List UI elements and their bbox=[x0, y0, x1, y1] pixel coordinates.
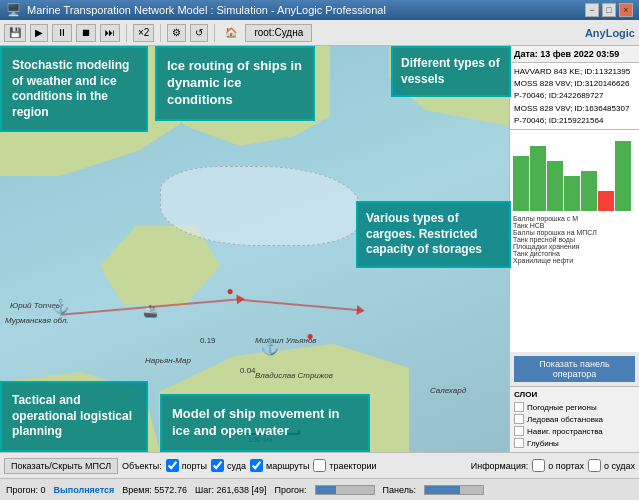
layers-title: СЛОИ bbox=[514, 390, 635, 399]
layer-item-2: Навиг. пространства bbox=[514, 425, 635, 437]
toolbar-btn-stop[interactable]: ⏹ bbox=[76, 24, 96, 42]
bar-3 bbox=[547, 161, 563, 211]
chart-label-4: Танк пресной воды bbox=[513, 236, 636, 243]
toolbar-btn-settings[interactable]: ⚙ bbox=[167, 24, 186, 42]
route-line-2 bbox=[240, 299, 360, 311]
ship-2: ● bbox=[220, 281, 240, 301]
root-label: 🏠 bbox=[221, 27, 241, 38]
toolbar-btn-save[interactable]: 💾 bbox=[4, 24, 26, 42]
checkbox-about-ports: о портах bbox=[532, 459, 584, 472]
chart-label-6: Танк дистопна bbox=[513, 250, 636, 257]
checkbox-ports: порты bbox=[166, 459, 207, 472]
minimize-button[interactable]: − bbox=[585, 3, 599, 17]
right-panel: Дата: 13 фев 2022 03:59 HAVVARD 843 KE; … bbox=[509, 46, 639, 452]
status-bar: Прогон: 0 Выполняется Время: 5572.76 Шаг… bbox=[0, 478, 639, 500]
bar-1 bbox=[513, 156, 529, 211]
checkbox-ships: суда bbox=[211, 459, 246, 472]
root-dropdown[interactable]: root:Судна bbox=[245, 24, 312, 42]
layer-label-1: Ледовая обстановка bbox=[527, 415, 603, 424]
distance-marker-1: 0.19 bbox=[200, 336, 216, 345]
checkbox-trajectories-label: траектории bbox=[329, 461, 376, 471]
ship-id-1: MOSS 828 V8V; ID:3120146626 bbox=[514, 78, 635, 89]
checkbox-about-ships-label: о судах bbox=[604, 461, 635, 471]
annotation-ship-model: Model of ship movement in ice and open w… bbox=[160, 394, 370, 452]
map-label-vladislav: Владислав Стрижов bbox=[255, 371, 333, 380]
annotation-different-vessels: Different types of vessels bbox=[391, 46, 511, 97]
checkbox-ships-input[interactable] bbox=[211, 459, 224, 472]
map-label-naryan: Нарьян-Мар bbox=[145, 356, 191, 365]
bar-chart-area: Баллы порошка с М Танк НСВ Баллы порошка… bbox=[510, 130, 639, 352]
main-toolbar: 💾 ▶ ⏸ ⏹ ⏭ ×2 ⚙ ↺ 🏠 root:Судна AnyLogic bbox=[0, 20, 639, 46]
checkbox-trajectories-input[interactable] bbox=[313, 459, 326, 472]
annotation-various-cargoes: Various types of cargoes. Restricted cap… bbox=[356, 201, 511, 268]
chart-label-3: Баллы порошка на МПСЛ bbox=[513, 229, 636, 236]
layer-item-1: Ледовая обстановка bbox=[514, 413, 635, 425]
checkbox-about-ships-input[interactable] bbox=[588, 459, 601, 472]
layer-checkbox-2[interactable] bbox=[514, 426, 524, 436]
panel-label: Панель: bbox=[383, 485, 417, 495]
checkbox-routes-input[interactable] bbox=[250, 459, 263, 472]
layer-item-0: Погодные регионы bbox=[514, 401, 635, 413]
run-label: Прогон: 0 bbox=[6, 485, 46, 495]
annotation-ice-routing: Ice routing of ships in dynamic ice cond… bbox=[155, 46, 315, 121]
layer-checkbox-1[interactable] bbox=[514, 414, 524, 424]
toolbar-btn-speed[interactable]: ×2 bbox=[133, 24, 154, 42]
app-icon: 🖥️ bbox=[6, 3, 21, 17]
window-controls: − □ × bbox=[585, 3, 633, 17]
checkbox-trajectories: траектории bbox=[313, 459, 376, 472]
show-panel-button[interactable]: Показать панель оператора bbox=[514, 356, 635, 382]
chart-label-5: Площадки хранения bbox=[513, 243, 636, 250]
show-hide-mlps-button[interactable]: Показать/Скрыть МПСЛ bbox=[4, 458, 118, 474]
chart-label-2: Танк НСВ bbox=[513, 222, 636, 229]
layer-label-0: Погодные регионы bbox=[527, 403, 597, 412]
info-label: Информация: bbox=[471, 461, 529, 471]
date-time-display: Дата: 13 фев 2022 03:59 bbox=[510, 46, 639, 63]
progress-label: Прогон: bbox=[274, 485, 306, 495]
chart-label-7: Хранилище нефти bbox=[513, 257, 636, 264]
objects-label: Объекты: bbox=[122, 461, 162, 471]
maximize-button[interactable]: □ bbox=[602, 3, 616, 17]
ship-4: ⚓ bbox=[260, 336, 280, 356]
checkbox-ports-input[interactable] bbox=[166, 459, 179, 472]
bar-7 bbox=[615, 141, 631, 211]
layer-item-3: Глубины bbox=[514, 437, 635, 449]
executing-label: Выполняется bbox=[54, 485, 115, 495]
annotation-tactical: Tactical and operational logistical plan… bbox=[0, 381, 148, 452]
layer-checkbox-3[interactable] bbox=[514, 438, 524, 448]
toolbar-btn-pause[interactable]: ⏸ bbox=[52, 24, 72, 42]
sep3 bbox=[214, 24, 215, 42]
layers-section: СЛОИ Погодные регионы Ледовая обстановка… bbox=[510, 386, 639, 452]
panel-bar bbox=[424, 485, 484, 495]
toolbar-btn-step[interactable]: ⏭ bbox=[100, 24, 120, 42]
bar-4 bbox=[564, 176, 580, 211]
ship-id-4: P-70046; ID:2159221564 bbox=[514, 115, 635, 126]
layer-label-2: Навиг. пространства bbox=[527, 427, 603, 436]
checkbox-about-ships: о судах bbox=[588, 459, 635, 472]
checkbox-about-ports-input[interactable] bbox=[532, 459, 545, 472]
ship-3: ● bbox=[300, 326, 320, 346]
ship-ids-list: HAVVARD 843 KE; ID:11321395 MOSS 828 V8V… bbox=[510, 63, 639, 130]
bottom-toolbar: Показать/Скрыть МПСЛ Объекты: порты суда… bbox=[0, 452, 639, 478]
bar-2 bbox=[530, 146, 546, 211]
title-left: 🖥️ Marine Transporation Network Model : … bbox=[6, 3, 386, 17]
close-button[interactable]: × bbox=[619, 3, 633, 17]
sep2 bbox=[160, 24, 161, 42]
ship-id-0: HAVVARD 843 KE; ID:11321395 bbox=[514, 66, 635, 77]
sep1 bbox=[126, 24, 127, 42]
layer-checkbox-0[interactable] bbox=[514, 402, 524, 412]
toolbar-btn-refresh[interactable]: ↺ bbox=[190, 24, 208, 42]
ship-1: ⚓ bbox=[50, 296, 70, 316]
checkbox-ships-label: суда bbox=[227, 461, 246, 471]
panel-bar-fill bbox=[425, 486, 460, 494]
ship-id-3: MOSS 828 V8V; ID:1636485307 bbox=[514, 103, 635, 114]
map-label-salekhard: Салехард bbox=[430, 386, 466, 395]
checkbox-routes: маршруты bbox=[250, 459, 309, 472]
ship-5: 🚢 bbox=[140, 301, 160, 321]
layer-label-3: Глубины bbox=[527, 439, 559, 448]
progress-bar-fill bbox=[316, 486, 336, 494]
anylogic-logo: AnyLogic bbox=[585, 27, 635, 39]
title-bar: 🖥️ Marine Transporation Network Model : … bbox=[0, 0, 639, 20]
ice-area bbox=[160, 166, 360, 246]
bar-6 bbox=[598, 191, 614, 211]
toolbar-btn-play[interactable]: ▶ bbox=[30, 24, 48, 42]
